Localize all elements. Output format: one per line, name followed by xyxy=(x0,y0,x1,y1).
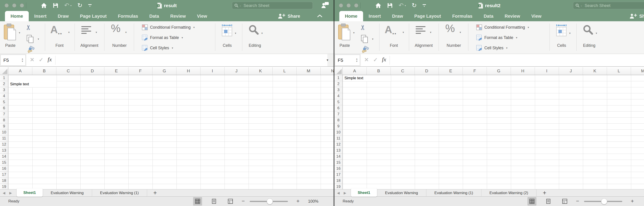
editing-button[interactable] xyxy=(583,24,594,36)
ribbon-tab-page-layout[interactable]: Page Layout xyxy=(74,11,112,21)
cut-icon[interactable]: ✂ xyxy=(24,25,32,30)
customize-toolbar-icon[interactable]: ▾ xyxy=(422,4,426,7)
column-header-C[interactable]: C xyxy=(391,67,415,75)
row-header-8[interactable]: 8 xyxy=(334,117,342,123)
column-header-A[interactable]: A xyxy=(8,67,32,75)
row-header-11[interactable]: 11 xyxy=(334,135,342,141)
column-header-L[interactable]: L xyxy=(607,67,631,75)
sheet-tab-evaluation-warning-1-[interactable]: Evaluation Warning (1) xyxy=(92,190,147,196)
ribbon-tab-page-layout[interactable]: Page Layout xyxy=(409,11,446,21)
paste-button[interactable] xyxy=(4,23,16,42)
ribbon-tab-data[interactable]: Data xyxy=(144,11,164,21)
column-header-J[interactable]: J xyxy=(559,67,583,75)
ribbon-tab-review[interactable]: Review xyxy=(499,11,526,21)
row-header-19[interactable]: 19 xyxy=(0,184,8,189)
row-header-10[interactable]: 10 xyxy=(334,129,342,135)
zoom-slider-thumb[interactable] xyxy=(601,198,607,205)
ribbon-tab-review[interactable]: Review xyxy=(164,11,191,21)
next-sheet-icon[interactable]: ▶ xyxy=(10,191,12,195)
number-dropdown-icon[interactable]: ▼ xyxy=(125,31,127,34)
add-sheet-button[interactable]: + xyxy=(152,190,159,196)
normal-view-icon[interactable] xyxy=(193,197,202,206)
home-icon[interactable] xyxy=(41,3,47,8)
sheet-tab-sheet1[interactable]: Sheet1 xyxy=(351,188,377,197)
undo-button[interactable]: ↶ ▾ xyxy=(398,2,406,8)
font-dropdown-icon[interactable]: ▼ xyxy=(68,31,70,34)
format-as-table-button[interactable]: Format as Table ▼ xyxy=(476,35,518,41)
row-header-5[interactable]: 5 xyxy=(0,99,8,105)
row-header-12[interactable]: 12 xyxy=(0,141,8,148)
cell-styles-button[interactable]: Cell Styles ▼ xyxy=(476,45,508,51)
row-header-3[interactable]: 3 xyxy=(334,87,342,93)
close-button[interactable] xyxy=(339,3,343,8)
zoom-out-icon[interactable]: − xyxy=(576,197,579,206)
column-header-H[interactable]: H xyxy=(176,67,200,75)
formula-input[interactable] xyxy=(26,54,328,66)
paste-button[interactable] xyxy=(338,23,351,42)
expand-formula-bar-icon[interactable]: ▼ xyxy=(326,58,329,62)
search-scope-chevron-icon[interactable]: ⌄ xyxy=(580,4,582,7)
zoom-in-icon[interactable]: + xyxy=(631,197,634,206)
undo-dropdown-icon[interactable]: ▾ xyxy=(70,4,72,7)
normal-view-icon[interactable] xyxy=(528,197,536,206)
enter-icon[interactable]: ✓ xyxy=(39,57,43,63)
comments-icon[interactable] xyxy=(321,1,329,10)
collapse-ribbon-icon[interactable] xyxy=(317,14,322,19)
page-break-preview-icon[interactable] xyxy=(560,197,569,206)
column-header-G[interactable]: G xyxy=(152,67,176,75)
column-header-A[interactable]: A xyxy=(343,67,367,75)
insert-function-icon[interactable]: fx xyxy=(382,56,386,63)
row-header-9[interactable]: 9 xyxy=(0,123,8,129)
row-header-15[interactable]: 15 xyxy=(334,160,342,166)
share-button[interactable]: Share xyxy=(278,11,300,21)
editing-button[interactable] xyxy=(248,24,259,36)
conditional-formatting-button[interactable]: Conditional Formatting ▼ xyxy=(142,24,195,30)
zoom-percent[interactable]: 100% xyxy=(308,197,318,206)
column-header-F[interactable]: F xyxy=(463,67,487,75)
alignment-dropdown-icon[interactable]: ▼ xyxy=(430,31,432,34)
row-header-18[interactable]: 18 xyxy=(334,178,342,184)
row-header-9[interactable]: 9 xyxy=(334,123,342,129)
column-header-B[interactable]: B xyxy=(367,67,391,75)
cancel-icon[interactable]: ✕ xyxy=(364,57,369,63)
column-header-D[interactable]: D xyxy=(415,67,439,75)
number-group-icon[interactable]: % xyxy=(111,23,120,34)
row-header-13[interactable]: 13 xyxy=(0,148,8,154)
next-sheet-icon[interactable]: ▶ xyxy=(344,191,346,195)
column-header-M[interactable]: M xyxy=(631,67,644,75)
zoom-in-icon[interactable]: + xyxy=(296,197,300,206)
number-group-icon[interactable]: % xyxy=(445,23,455,34)
row-header-19[interactable]: 19 xyxy=(334,184,342,189)
copy-dropdown-icon[interactable]: ▼ xyxy=(372,38,374,40)
copy-icon[interactable] xyxy=(361,35,368,44)
conditional-formatting-button[interactable]: Conditional Formatting ▼ xyxy=(476,24,530,30)
row-header-14[interactable]: 14 xyxy=(0,154,8,160)
paste-dropdown-icon[interactable]: ▼ xyxy=(18,32,21,34)
ribbon-tab-insert[interactable]: Insert xyxy=(363,11,386,21)
column-header-K[interactable]: K xyxy=(248,67,272,75)
column-header-D[interactable]: D xyxy=(80,67,104,75)
search-sheet-input[interactable]: ⌄ Search Sheet xyxy=(573,2,644,9)
row-header-11[interactable]: 11 xyxy=(0,135,8,141)
cells-dropdown-icon[interactable]: ▼ xyxy=(569,32,571,34)
home-icon[interactable] xyxy=(375,3,381,8)
column-header-I[interactable]: I xyxy=(535,67,559,75)
number-dropdown-icon[interactable]: ▼ xyxy=(459,31,462,34)
row-header-2[interactable]: 2 xyxy=(334,81,342,87)
row-header-18[interactable]: 18 xyxy=(0,178,8,184)
row-header-16[interactable]: 16 xyxy=(334,166,342,172)
sheet-tab-evaluation-warning[interactable]: Evaluation Warning xyxy=(377,190,426,196)
page-break-preview-icon[interactable] xyxy=(226,197,235,206)
name-box[interactable]: F5 ▲▼ xyxy=(335,55,360,66)
save-icon[interactable] xyxy=(53,3,58,8)
select-all-corner[interactable] xyxy=(334,67,343,75)
sheet-tab-evaluation-warning-1-[interactable]: Evaluation Warning (1) xyxy=(426,190,482,196)
row-header-15[interactable]: 15 xyxy=(0,160,8,166)
column-header-L[interactable]: L xyxy=(272,67,297,75)
cells-dropdown-icon[interactable]: ▼ xyxy=(234,32,237,34)
cells-button[interactable] xyxy=(222,23,233,38)
enter-icon[interactable]: ✓ xyxy=(373,57,378,63)
undo-button[interactable]: ↶ ▾ xyxy=(64,2,72,8)
cell-area[interactable] xyxy=(343,75,644,189)
row-header-1[interactable]: 1 xyxy=(334,75,342,81)
